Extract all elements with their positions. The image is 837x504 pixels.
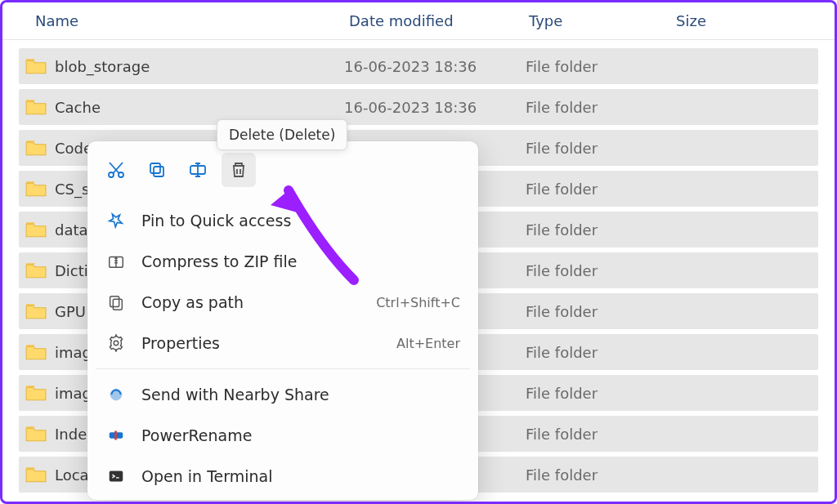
menu-open-terminal[interactable]: Open in Terminal	[87, 456, 478, 497]
column-type[interactable]: Type	[521, 12, 668, 29]
context-menu-items: Pin to Quick access Compress to ZIP file…	[87, 200, 478, 497]
file-type: File folder	[526, 303, 673, 320]
svg-rect-10	[114, 431, 117, 440]
file-name: blob_storage	[55, 58, 150, 75]
file-name: Cache	[55, 99, 101, 116]
rename-button[interactable]	[181, 153, 215, 187]
menu-compress-zip[interactable]: Compress to ZIP file	[87, 241, 478, 282]
file-type: File folder	[526, 58, 673, 75]
menu-label: Compress to ZIP file	[141, 252, 460, 270]
copy-path-icon	[105, 292, 127, 313]
copy-button[interactable]	[140, 153, 174, 187]
svg-rect-11	[110, 471, 123, 482]
file-type: File folder	[526, 466, 673, 484]
folder-icon	[25, 343, 47, 361]
table-row[interactable]: blob_storage 16-06-2023 18:36 File folde…	[19, 48, 818, 84]
folder-icon	[25, 425, 47, 443]
file-type: File folder	[526, 426, 673, 443]
menu-separator	[96, 368, 470, 369]
delete-tooltip: Delete (Delete)	[217, 119, 347, 150]
menu-copy-path[interactable]: Copy as path Ctrl+Shift+C	[87, 282, 478, 323]
svg-rect-3	[150, 163, 160, 173]
column-size[interactable]: Size	[668, 12, 782, 29]
file-name: imag	[55, 385, 92, 402]
file-name: Inde	[55, 426, 87, 443]
file-type: File folder	[526, 344, 673, 361]
properties-icon	[105, 332, 127, 354]
folder-icon	[25, 261, 47, 279]
column-name-label: Name	[35, 12, 78, 29]
file-date: 16-06-2023 18:36	[344, 58, 526, 75]
menu-label: Copy as path	[141, 293, 361, 311]
svg-point-0	[109, 172, 114, 177]
file-type: File folder	[526, 140, 673, 157]
menu-nearby-share[interactable]: Send with Nearby Share	[87, 374, 478, 415]
column-name[interactable]: Name	[27, 12, 341, 29]
folder-icon	[25, 139, 47, 157]
powerrename-icon	[105, 425, 127, 446]
pin-icon	[105, 210, 127, 231]
cut-button[interactable]	[99, 153, 133, 187]
file-type: File folder	[526, 262, 673, 279]
file-type: File folder	[526, 99, 673, 116]
delete-button[interactable]	[222, 153, 256, 187]
zip-icon	[105, 251, 127, 272]
svg-rect-7	[113, 299, 122, 310]
file-name: GPU	[55, 303, 86, 320]
context-menu: Pin to Quick access Compress to ZIP file…	[87, 141, 478, 500]
file-type: File folder	[526, 221, 673, 239]
file-date: 16-06-2023 18:36	[344, 99, 526, 116]
menu-pin-quick-access[interactable]: Pin to Quick access	[87, 200, 478, 241]
terminal-icon	[105, 466, 127, 487]
menu-properties[interactable]: Properties Alt+Enter	[87, 323, 478, 364]
file-name: CS_s	[55, 181, 89, 198]
menu-shortcut: Ctrl+Shift+C	[376, 295, 460, 310]
folder-icon	[25, 466, 47, 484]
file-name: Loca	[55, 466, 89, 484]
folder-icon	[25, 384, 47, 402]
file-type: File folder	[526, 181, 673, 198]
column-date[interactable]: Date modified	[341, 12, 521, 29]
menu-label: Properties	[141, 334, 382, 352]
folder-icon	[25, 221, 47, 239]
nearby-share-icon	[105, 384, 127, 405]
file-name: imag	[55, 344, 92, 361]
file-name: data	[55, 221, 88, 239]
svg-point-1	[119, 172, 123, 177]
folder-icon	[25, 57, 47, 75]
file-name: Dicti	[55, 262, 88, 279]
file-type: File folder	[526, 385, 673, 402]
svg-point-8	[114, 341, 119, 346]
context-icon-row	[87, 145, 478, 200]
table-header: Name Date modified Type Size	[2, 2, 835, 40]
svg-rect-6	[110, 297, 119, 307]
folder-icon	[25, 180, 47, 198]
menu-powerrename[interactable]: PowerRename	[87, 415, 478, 456]
menu-label: Open in Terminal	[141, 467, 460, 485]
svg-rect-2	[154, 167, 163, 176]
menu-label: Pin to Quick access	[141, 212, 460, 230]
menu-shortcut: Alt+Enter	[396, 336, 460, 351]
menu-label: Send with Nearby Share	[141, 386, 460, 404]
table-row[interactable]: Cache 16-06-2023 18:36 File folder	[19, 89, 818, 125]
folder-icon	[25, 98, 47, 116]
folder-icon	[25, 302, 47, 320]
menu-label: PowerRename	[141, 426, 460, 444]
